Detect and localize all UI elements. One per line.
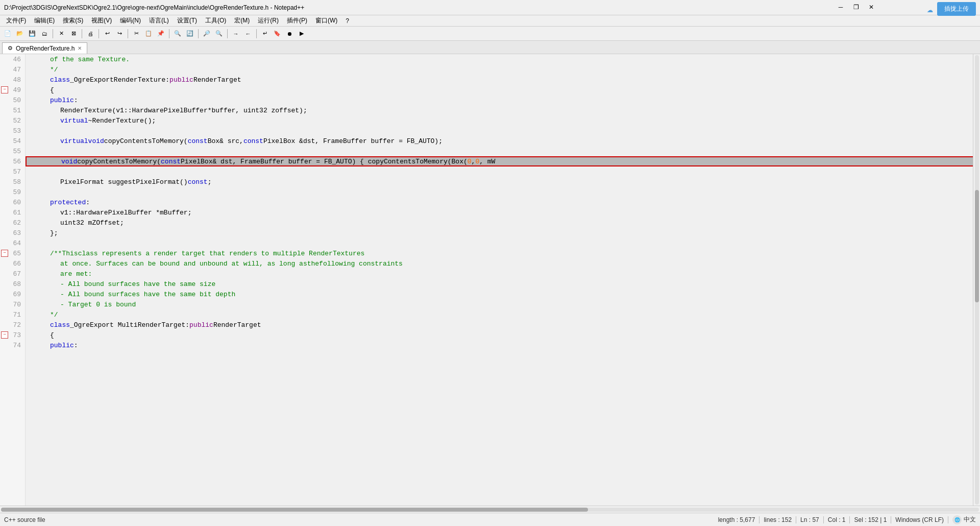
toolbar: 📄 📂 💾 🗂 ✕ ⊠ 🖨 ↩ ↪ ✂ 📋 📌 🔍 🔄 🔎 🔍 → ← ↵ 🔖 … — [0, 27, 980, 41]
token: const — [188, 178, 208, 186]
toolbar-save-all[interactable]: 🗂 — [39, 28, 50, 39]
horizontal-scrollbar[interactable] — [0, 506, 980, 513]
token: PixelBox &dst, FrameBuffer buffer = FB_A… — [263, 137, 443, 145]
token: const — [243, 137, 263, 145]
menu-item-p[interactable]: 插件(P) — [283, 15, 311, 26]
window-controls: ─ ❐ ✕ — [834, 2, 878, 12]
scrollbar-v-track — [975, 55, 979, 505]
code-line-59 — [26, 187, 973, 197]
scrollbar-h-thumb[interactable] — [1, 508, 588, 512]
toolbar-close[interactable]: ✕ — [56, 28, 67, 39]
toolbar-zoom-in[interactable]: 🔎 — [201, 28, 212, 39]
token: copyContentsToMemory( — [104, 137, 188, 145]
token: : — [165, 76, 169, 84]
toolbar-run[interactable]: ▶ — [296, 28, 307, 39]
toolbar-save[interactable]: 💾 — [27, 28, 38, 39]
token: */ — [50, 311, 58, 319]
close-button[interactable]: ✕ — [865, 2, 878, 12]
line-num-61: 61 — [0, 207, 25, 218]
menu-item-[interactable]: ? — [341, 16, 353, 26]
token: _OgreExport MultiRenderTarget: — [70, 321, 189, 329]
code-line-60: protected: — [26, 197, 973, 207]
editor-body: 464748−49505152535455565758596061626364−… — [0, 54, 980, 513]
line-numbers: 464748−49505152535455565758596061626364−… — [0, 54, 26, 506]
toolbar-find[interactable]: 🔍 — [172, 28, 183, 39]
line-num-47: 47 — [0, 64, 25, 75]
token: class represents a render target that re… — [78, 250, 365, 257]
code-area[interactable]: of the same Texture.*/class _OgreExport … — [26, 54, 973, 506]
code-line-55 — [26, 146, 973, 156]
sep5 — [169, 29, 169, 38]
token: 0 — [475, 158, 479, 165]
menu-item-r[interactable]: 运行(R) — [254, 15, 283, 26]
line-num-67: 67 — [0, 269, 25, 279]
toolbar-cut[interactable]: ✂ — [131, 28, 142, 39]
token: v1 — [60, 209, 68, 217]
code-line-46: of the same Texture. — [26, 54, 973, 64]
toolbar-new[interactable]: 📄 — [2, 28, 13, 39]
status-sep3 — [823, 516, 824, 523]
token: *buffer, uint32 zoffset); — [208, 107, 307, 114]
toolbar-redo[interactable]: ↪ — [114, 28, 125, 39]
toolbar-zoom-out[interactable]: 🔍 — [213, 28, 225, 39]
menu-item-l[interactable]: 语言(L) — [145, 15, 173, 26]
lang-text: 中文 — [964, 515, 976, 524]
menu-item-m[interactable]: 宏(M) — [230, 15, 254, 26]
statusbar: C++ source file length : 5,677 lines : 1… — [0, 513, 980, 526]
toolbar-replace[interactable]: 🔄 — [184, 28, 195, 39]
menu-item-o[interactable]: 工具(O) — [201, 15, 230, 26]
toolbar-print[interactable]: 🖨 — [85, 28, 96, 39]
line-num-70: 70 — [0, 299, 25, 309]
editor-main: 464748−49505152535455565758596061626364−… — [0, 54, 980, 506]
toolbar-close-all[interactable]: ⊠ — [68, 28, 79, 39]
tab-ogrerenderTexture[interactable]: ⚙ OgreRenderTexture.h ✕ — [2, 42, 87, 54]
menu-item-s[interactable]: 搜索(S) — [59, 15, 87, 26]
token: the — [307, 260, 319, 268]
code-line-71: */ — [26, 309, 973, 320]
menu-item-w[interactable]: 窗口(W) — [311, 15, 341, 26]
token: protected — [50, 199, 86, 206]
restore-button[interactable]: ❐ — [849, 2, 863, 12]
code-line-57 — [26, 166, 973, 177]
token: : — [86, 199, 90, 206]
scrollbar-v-thumb[interactable] — [975, 190, 979, 302]
menubar: 文件(F)编辑(E)搜索(S)视图(V)编码(N)语言(L)设置(T)工具(O)… — [0, 15, 980, 27]
status-filetype: C++ source file — [4, 516, 45, 523]
menu-item-n[interactable]: 编码(N) — [116, 15, 145, 26]
fold-icon-49[interactable]: − — [1, 86, 8, 93]
tab-close-btn[interactable]: ✕ — [78, 45, 82, 51]
code-line-64 — [26, 238, 973, 248]
vertical-scrollbar[interactable] — [973, 54, 980, 506]
status-ln: Ln : 57 — [800, 516, 819, 523]
toolbar-unindent[interactable]: ← — [242, 28, 254, 39]
minimize-button[interactable]: ─ — [834, 2, 847, 12]
toolbar-copy[interactable]: 📋 — [143, 28, 154, 39]
code-line-62: uint32 mZOffset; — [26, 218, 973, 228]
toolbar-undo[interactable]: ↩ — [102, 28, 113, 39]
token: , mW — [479, 158, 495, 165]
upload-button[interactable]: 插拢上传 — [937, 2, 976, 16]
token: /** — [50, 250, 62, 257]
token: virtual — [60, 117, 88, 125]
toolbar-bookmark[interactable]: 🔖 — [272, 28, 283, 39]
code-line-48: class _OgreExport RenderTexture: public … — [26, 75, 973, 85]
toolbar-paste[interactable]: 📌 — [155, 28, 166, 39]
fold-icon-73[interactable]: − — [1, 331, 8, 339]
line-num-59: 59 — [0, 187, 25, 197]
token: const — [188, 137, 208, 145]
status-sep5 — [891, 516, 891, 523]
toolbar-open[interactable]: 📂 — [14, 28, 26, 39]
toolbar-wrap[interactable]: ↵ — [259, 28, 271, 39]
toolbar-macro[interactable]: ⏺ — [284, 28, 295, 39]
sep2 — [82, 29, 82, 38]
status-sep2 — [796, 516, 796, 523]
token: void — [88, 137, 104, 145]
token: Box& src, — [208, 137, 243, 145]
toolbar-indent[interactable]: → — [230, 28, 241, 39]
token: { — [50, 86, 54, 94]
fold-icon-65[interactable]: − — [1, 250, 8, 257]
menu-item-v[interactable]: 视图(V) — [87, 15, 116, 26]
menu-item-t[interactable]: 设置(T) — [173, 15, 201, 26]
menu-item-f[interactable]: 文件(F) — [2, 15, 30, 26]
menu-item-e[interactable]: 编辑(E) — [30, 15, 59, 26]
